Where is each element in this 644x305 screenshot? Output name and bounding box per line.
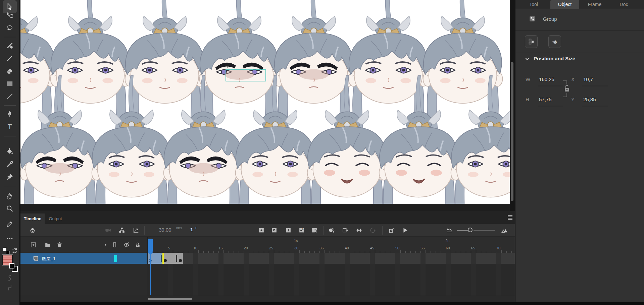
create-motion-tween-button[interactable] [340,225,350,235]
ruler-frame-number: 40 [345,246,349,250]
tools-panel: T [0,0,20,305]
ruler-tick [375,250,375,253]
new-layer-button[interactable] [29,240,38,249]
create-classic-tween-button[interactable] [354,225,364,235]
tab-output[interactable]: Output [45,213,66,224]
timeline-horizontal-scrollbar[interactable] [20,296,515,302]
tab-frame[interactable]: Frame [585,0,604,9]
onion-skin-button[interactable] [327,225,337,235]
fluid-brush-tool[interactable] [3,39,17,52]
asset-warp-tool[interactable] [3,171,17,183]
lock-all-toggle[interactable] [133,240,142,249]
hand-tool[interactable] [3,190,17,202]
layer-row[interactable]: 图层_1 [20,253,147,264]
layer-name[interactable]: 图层_1 [42,256,55,262]
layer-page-icon [33,255,39,262]
pen-tool[interactable] [3,108,17,120]
frame-rate-value[interactable]: 30,00 [159,227,171,233]
ruler-frame-number: 55 [420,246,425,250]
current-frame-value[interactable]: 1 [190,227,193,232]
stroke-fill-indicator[interactable] [9,263,18,272]
play-button[interactable] [400,225,410,235]
position-size-section-header[interactable]: Position and Size [515,54,644,65]
properties-tabbar: Tool Object Frame Doc [515,0,644,9]
paint-bucket-tool[interactable] [3,145,17,158]
combine-shapes-button[interactable]: ♣ [548,35,561,48]
text-tool[interactable]: T [3,120,17,133]
frame-column-stripe [294,253,299,264]
more-tools[interactable] [3,232,17,245]
frame-column-stripe [269,253,274,264]
panel-menu-icon[interactable] [506,213,514,221]
auto-keyframe-button[interactable]: A [297,225,307,235]
insert-keyframe-button[interactable] [256,225,266,235]
classic-brush-tool[interactable] [3,52,17,65]
ruler-frame-number: 5 [168,246,170,250]
layer-outline-color-swatch[interactable] [114,255,117,262]
keyframe-span[interactable] [163,253,178,264]
reset-timeline-zoom-button[interactable] [444,225,454,235]
insert-position-marker [162,253,164,264]
window-bottom-edge [0,302,644,305]
h-value[interactable]: 57,75 [539,97,552,102]
layer-frames-row[interactable] [148,253,515,264]
lasso-tool[interactable] [3,22,17,35]
ruler-tick [325,250,325,253]
panel-gap [20,204,515,211]
zoom-tool[interactable] [3,202,17,215]
highlight-layers-toggle[interactable] [101,240,110,249]
outline-view-toggle[interactable] [110,240,119,249]
stage-vertical-scrollbar[interactable] [511,62,513,201]
layer-view-button[interactable] [28,225,38,235]
tab-tool[interactable]: Tool [525,0,542,9]
span-end-bracket [161,255,162,262]
w-value[interactable]: 160,25 [539,76,554,82]
resize-timeline-view-button[interactable] [499,225,509,235]
eraser-tool[interactable] [3,65,17,77]
group-icon [529,15,536,22]
rectangle-tool[interactable] [3,77,17,90]
x-value[interactable]: 10,7 [583,76,593,82]
ruler-tick [198,250,199,253]
delete-layer-button[interactable] [55,240,64,249]
ruler-tick [224,250,224,253]
frame-ruler[interactable]: 1s2s510152025303540455055606570 [148,237,515,253]
timeline-tabbar: Timeline Output [20,211,515,224]
create-shape-tween-button [368,225,378,235]
timeline-zoom-slider-track[interactable] [474,230,495,231]
frame-column-stripe [244,253,249,264]
ruler-tick [501,250,502,253]
insert-frame-button[interactable] [283,225,293,235]
add-camera-button [103,225,113,235]
tab-object[interactable]: Object [550,0,579,9]
ruler-frame-number: 50 [395,246,399,250]
tab-timeline[interactable]: Timeline [20,213,45,224]
pencil-tool[interactable] [3,218,17,230]
timeline-zoom-slider-knob[interactable] [468,228,473,232]
frame-column-stripe [345,253,350,264]
lock-aspect-ratio-toggle[interactable] [561,78,572,100]
tab-doc[interactable]: Doc [616,0,632,9]
default-colors-swatch[interactable] [3,247,10,255]
eyedropper-tool[interactable] [3,158,17,171]
frame-rate-unit: FPS [176,227,182,230]
keyframe-span[interactable] [178,253,183,264]
loop-playback-button[interactable] [387,225,397,235]
show-hide-all-toggle[interactable] [122,240,131,249]
subselection-tool[interactable] [3,8,17,21]
ruler-frame-number: 25 [269,246,273,250]
arrange-objects-button[interactable] [525,35,538,48]
new-folder-button[interactable] [43,240,52,249]
delete-frame-button[interactable] [309,225,319,235]
y-value[interactable]: 25,85 [583,97,596,102]
frame-column-stripe [395,253,400,264]
insert-blank-keyframe-button[interactable] [269,225,279,235]
graph-editor-button[interactable] [131,225,141,235]
stage-canvas[interactable] [20,0,510,204]
swap-colors-button[interactable] [11,247,18,254]
advanced-layers-button[interactable] [117,225,127,235]
h-underline [538,106,563,106]
line-tool[interactable] [3,90,17,103]
timeline-scrollbar-thumb[interactable] [148,298,192,300]
playhead[interactable] [148,239,153,252]
